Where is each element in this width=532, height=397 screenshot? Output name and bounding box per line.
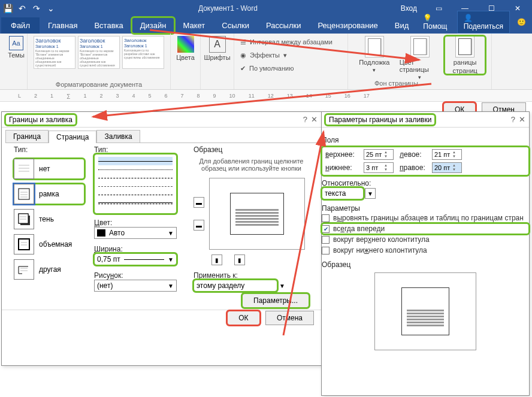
edge-right-button[interactable]: ▮	[234, 254, 245, 265]
qat-more-icon[interactable]: ⌄	[47, 4, 55, 13]
margin-top-label: верхнее:	[325, 150, 358, 159]
undo-icon[interactable]: ↶	[18, 4, 26, 13]
share-button[interactable]: 👤 Поделиться	[457, 11, 510, 34]
style-preset[interactable]: Заголовок Заголовок 1 Коллекция со по не…	[78, 36, 120, 69]
colors-button[interactable]: Цвета	[177, 36, 194, 61]
tab-page[interactable]: Страница	[49, 131, 96, 143]
margin-left-input[interactable]: 21 пт▲▼	[432, 149, 462, 160]
relative-dropdown[interactable]: текста	[322, 187, 364, 199]
tell-me[interactable]: 💡 Помощ	[423, 14, 449, 31]
ribbon-tabs: Файл Главная Вставка Дизайн Макет Ссылки…	[0, 17, 532, 34]
effects-button[interactable]: ◉ Эффекты ▾	[240, 49, 341, 61]
dialog-close-icon[interactable]: ✕	[311, 115, 318, 124]
dialog-tabstrip: Граница Страница Заливка	[2, 128, 321, 143]
color-dropdown[interactable]: Авто▼	[94, 227, 177, 239]
tab-border[interactable]: Граница	[5, 130, 49, 143]
tab-review[interactable]: Рецензирование	[309, 17, 386, 34]
edge-bottom-button[interactable]: ▬	[194, 220, 204, 231]
tab-insert[interactable]: Вставка	[86, 17, 131, 34]
tab-mailings[interactable]: Рассылки	[258, 17, 309, 34]
style-preset[interactable]: Заголовок Заголовок 1 Коллекция со по не…	[34, 36, 75, 69]
margin-bottom-label: нижнее:	[325, 163, 358, 172]
style-gallery[interactable]: Заголовок Заголовок 1 Коллекция со по не…	[34, 36, 164, 69]
edge-left-button[interactable]: ▮	[211, 254, 222, 265]
page-color-button[interactable]: Цвет страницы▾	[400, 36, 440, 80]
options-button[interactable]: Параметры...	[242, 293, 309, 308]
page-borders-icon	[455, 36, 474, 57]
border-type-box[interactable]: рамка	[14, 184, 84, 204]
group-label: Фон страницы	[374, 80, 418, 87]
art-label: Рисунок:	[94, 271, 184, 280]
watermark-icon	[365, 36, 384, 57]
fonts-button[interactable]: A Шрифты	[207, 36, 228, 61]
svg-rect-9	[19, 214, 28, 223]
dialog-help-icon[interactable]: ?	[303, 115, 307, 124]
border-type-none[interactable]: нет	[14, 159, 84, 179]
themes-icon: Aa	[9, 36, 23, 50]
width-label: Ширина:	[94, 245, 184, 253]
check-align-borders[interactable]: выровнять границы абзацев и таблиц по гр…	[322, 213, 529, 223]
themes-button[interactable]: Aa Темы	[6, 36, 26, 59]
art-dropdown[interactable]: (нет)▼	[94, 280, 177, 292]
paragraph-spacing-button[interactable]: ☰ Интервал между абзацами	[240, 36, 341, 48]
options-preview	[374, 272, 476, 350]
group-label: Форматирование документа	[34, 81, 164, 88]
tab-fill[interactable]: Заливка	[96, 130, 140, 143]
sample-hint: Для добавления границ щелкните образец и…	[194, 157, 309, 172]
ribbon: Aa Темы Заголовок Заголовок 1 Коллекция …	[0, 34, 532, 90]
style-preset[interactable]: Заголовок Заголовок 1 Коллокация со по р…	[122, 36, 164, 69]
redo-icon[interactable]: ↷	[32, 4, 41, 13]
relative-label: Относительно:	[322, 179, 529, 187]
apply-to-label: Применить к:	[194, 271, 309, 280]
svg-rect-12	[19, 239, 29, 250]
ruler: L21∑1234567891011121314151617	[0, 90, 532, 102]
tab-home[interactable]: Главная	[40, 17, 86, 34]
dialog-close-icon[interactable]: ✕	[519, 115, 525, 124]
check-header[interactable]: вокруг верхнего колонтитула	[322, 234, 529, 245]
cancel-button[interactable]: Отмена	[265, 311, 314, 325]
width-dropdown[interactable]: 0,75 пт ▼	[94, 253, 177, 265]
check-footer[interactable]: вокруг нижнего колонтитула	[322, 245, 529, 256]
tab-design[interactable]: Дизайн	[132, 17, 175, 34]
border-preview	[209, 178, 305, 250]
page-color-icon	[410, 36, 430, 57]
margin-right-input[interactable]: 20 пт▲▼	[432, 162, 462, 173]
margin-top-input[interactable]: 25 пт▲▼	[364, 149, 394, 160]
border-type-custom[interactable]: другая	[14, 259, 84, 280]
tab-file[interactable]: Файл	[1, 17, 40, 34]
borders-and-shading-dialog: Границы и заливка ?✕ Граница Страница За…	[1, 111, 322, 366]
sign-in-link[interactable]: Вход	[401, 4, 417, 13]
margin-bottom-input[interactable]: 3 пт▲▼	[364, 162, 394, 173]
page-borders-button[interactable]: раницы страниц	[445, 36, 485, 74]
border-options-dialog: Параметры границы и заливки ?✕ Поля верх…	[321, 111, 530, 396]
svg-rect-3	[19, 189, 29, 199]
fields-label: Поля	[322, 136, 529, 144]
check-always-front[interactable]: ✔всегда впереди	[322, 223, 529, 234]
sample-label: Образец	[194, 146, 309, 154]
window-title: Документ1 - Word	[55, 4, 401, 13]
dialog-help-icon[interactable]: ?	[511, 115, 515, 124]
style-label: Тип:	[94, 146, 184, 154]
tab-references[interactable]: Ссылки	[213, 17, 258, 34]
dialog-title: Параметры границы и заливки	[325, 114, 435, 125]
ok-button[interactable]: ОК	[227, 311, 259, 325]
type-label: Тип:	[14, 146, 84, 154]
fonts-icon: A	[209, 36, 226, 53]
tab-layout[interactable]: Макет	[174, 17, 213, 34]
color-label: Цвет:	[94, 219, 184, 227]
dialog-title: Границы и заливка	[5, 114, 76, 125]
relative-dropdown-arrow[interactable]: ▼	[365, 188, 376, 199]
set-default-button[interactable]: ✔ По умолчанию	[240, 62, 341, 74]
border-type-shadow[interactable]: тень	[14, 209, 84, 229]
watermark-button[interactable]: Подложка▾	[354, 36, 395, 73]
params-section-label: Параметры	[322, 204, 529, 213]
line-style-list[interactable]	[94, 154, 177, 214]
edge-top-button[interactable]: ▬	[194, 197, 204, 208]
save-icon[interactable]: 💾	[4, 4, 12, 13]
margin-left-label: левое:	[400, 150, 426, 159]
tab-view[interactable]: Вид	[386, 17, 418, 34]
sample-label-2: Образец	[322, 260, 529, 269]
border-type-3d[interactable]: объемная	[14, 234, 84, 254]
smiley-icon[interactable]: 🙂	[517, 18, 526, 26]
apply-to-dropdown[interactable]: этому разделу▼	[194, 280, 277, 292]
